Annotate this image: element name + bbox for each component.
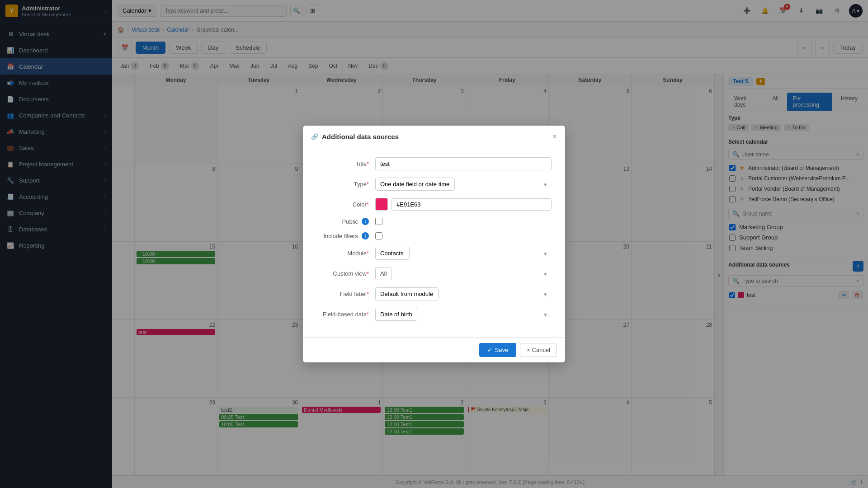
additional-data-sources-modal: 🔗 Additional data sources × Title* Type*… [303,126,565,362]
modal-title: Additional data sources [322,133,548,141]
modal-body: Title* Type* One date field or date time… [303,148,565,337]
module-field-row: Module* Contacts Accounts Leads [316,247,552,260]
check-icon: ✓ [487,347,492,353]
modal-header: 🔗 Additional data sources × [303,126,565,148]
field-label-row: Field label* Default from module [316,287,552,300]
public-field-row: Public i [316,218,552,225]
custom-view-field-row: Custom view* All [316,267,552,280]
public-info-icon[interactable]: i [362,218,369,225]
save-button[interactable]: ✓ Save [479,343,517,357]
include-filters-info-icon[interactable]: i [362,232,369,239]
module-select[interactable]: Contacts Accounts Leads [375,247,410,260]
type-field-row: Type* One date field or date time Date r… [316,178,552,191]
color-swatch[interactable] [375,198,388,211]
color-hex-input[interactable] [392,198,552,211]
include-filters-checkbox[interactable] [375,232,382,239]
modal-close-button[interactable]: × [552,132,557,141]
modal-icon: 🔗 [311,133,318,140]
public-checkbox[interactable] [375,218,382,225]
field-based-data-row: Field-based data* Date of birth [316,308,552,321]
modal-footer: ✓ Save × Cancel [303,337,565,362]
include-filters-row: Include filters i [316,232,552,239]
title-input[interactable] [375,157,552,170]
modal-overlay[interactable]: 🔗 Additional data sources × Title* Type*… [0,0,868,488]
field-label-select[interactable]: Default from module [375,287,439,300]
type-select-wrapper: One date field or date time Date range [375,178,552,191]
field-based-data-select[interactable]: Date of birth [375,308,417,321]
type-select[interactable]: One date field or date time Date range [375,178,455,191]
cancel-button[interactable]: × Cancel [520,343,557,357]
color-field-row: Color* [316,198,552,211]
custom-view-select[interactable]: All [375,267,392,280]
title-field-row: Title* [316,157,552,170]
